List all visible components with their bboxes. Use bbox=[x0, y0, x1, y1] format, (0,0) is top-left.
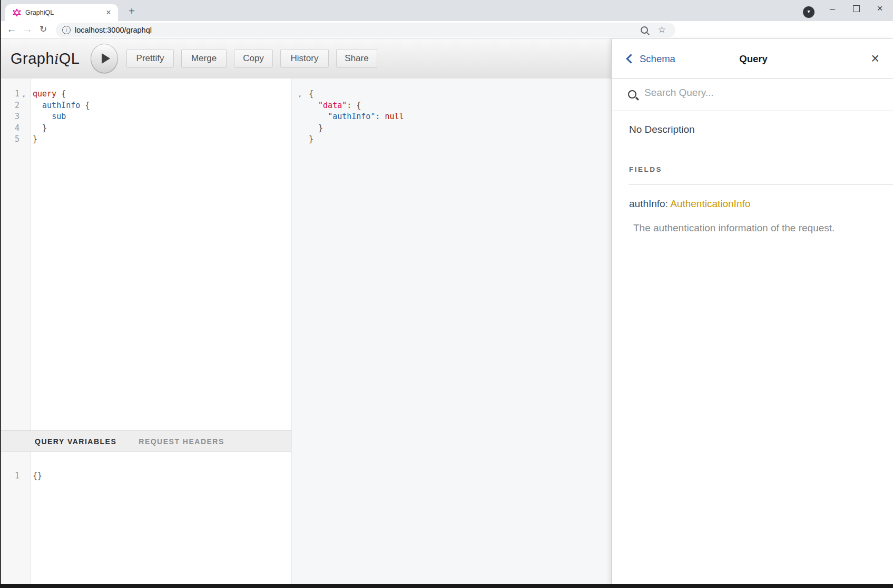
merge-button[interactable]: Merge bbox=[181, 49, 227, 68]
tab-query-variables[interactable]: QUERY VARIABLES bbox=[35, 437, 116, 446]
search-icon bbox=[628, 90, 636, 99]
field-type-link[interactable]: AuthenticationInfo bbox=[670, 198, 750, 209]
doc-back-label: Schema bbox=[640, 53, 675, 65]
tab-request-headers[interactable]: REQUEST HEADERS bbox=[139, 437, 224, 446]
doc-search-input[interactable] bbox=[643, 86, 867, 99]
doc-field-row: authInfo: AuthenticationInfo bbox=[629, 198, 750, 210]
bookmark-star-icon[interactable]: ☆ bbox=[658, 24, 666, 35]
doc-title: Query bbox=[691, 53, 816, 65]
share-button[interactable]: Share bbox=[336, 49, 377, 68]
tab-search-icon[interactable]: ▾ bbox=[803, 6, 815, 18]
window-maximize-button[interactable] bbox=[847, 1, 866, 16]
graphql-favicon-icon bbox=[13, 8, 21, 17]
back-button[interactable]: ← bbox=[4, 22, 19, 37]
field-name-link[interactable]: authInfo bbox=[629, 198, 665, 209]
variables-editor-gutter: 1 bbox=[0, 452, 31, 584]
query-editor[interactable]: 12345 ▾ query { authInfo { sub }} bbox=[0, 79, 291, 430]
fields-divider bbox=[629, 184, 893, 185]
zoom-icon[interactable] bbox=[641, 26, 648, 34]
history-button[interactable]: History bbox=[280, 49, 329, 68]
fold-arrow-icon[interactable]: ▾ bbox=[22, 91, 25, 102]
play-icon bbox=[102, 53, 110, 64]
url-text: localhost:3000/graphql bbox=[75, 26, 152, 34]
doc-explorer-header: Schema Query × bbox=[612, 39, 893, 79]
browser-toolbar: ← → ↻ i localhost:3000/graphql ☆ P bbox=[0, 21, 893, 39]
tab-close-icon[interactable]: × bbox=[103, 7, 114, 18]
graphiql-logo: GraphiQL bbox=[11, 39, 80, 79]
reload-button[interactable]: ↻ bbox=[36, 22, 51, 37]
browser-window: GraphiQL × + ▾ – × ← → ↻ i localhost:300… bbox=[0, 0, 893, 588]
window-minimize-button[interactable]: – bbox=[823, 1, 842, 16]
field-description: The authentication information of the re… bbox=[633, 222, 835, 234]
execute-query-button[interactable] bbox=[91, 44, 118, 73]
chevron-left-icon bbox=[626, 54, 635, 63]
doc-close-button[interactable]: × bbox=[816, 51, 879, 67]
query-variables-editor[interactable]: 1 {} bbox=[0, 452, 291, 584]
query-editor-gutter: 12345 bbox=[0, 79, 31, 430]
tab-graphiql[interactable]: GraphiQL × bbox=[5, 4, 118, 21]
tab-strip: GraphiQL × + ▾ – × bbox=[0, 0, 893, 21]
prettify-button[interactable]: Prettify bbox=[126, 49, 174, 68]
result-viewer[interactable]: ▾ { "data": { "authInfo": null }} bbox=[291, 79, 611, 584]
window-bottom-border bbox=[0, 584, 893, 588]
address-bar[interactable]: i localhost:3000/graphql ☆ bbox=[56, 23, 675, 37]
new-tab-button[interactable]: + bbox=[125, 5, 138, 18]
doc-fields-heading: FIELDS bbox=[629, 165, 662, 173]
doc-search-row bbox=[612, 79, 893, 111]
variables-editor-code[interactable]: {} bbox=[33, 452, 291, 482]
secondary-editor-tabbar: QUERY VARIABLES REQUEST HEADERS bbox=[0, 430, 291, 452]
graphiql-topbar: GraphiQL Prettify Merge Copy History Sha… bbox=[0, 39, 611, 79]
page-info-icon[interactable]: i bbox=[62, 26, 71, 34]
query-editor-code[interactable]: query { authInfo { sub }} bbox=[33, 79, 291, 145]
maximize-icon bbox=[853, 5, 860, 12]
fold-arrow-icon[interactable]: ▾ bbox=[298, 91, 301, 102]
tab-title: GraphiQL bbox=[25, 9, 54, 16]
window-close-button[interactable]: × bbox=[870, 1, 889, 16]
doc-explorer-panel: Schema Query × No Description FIELDS aut… bbox=[611, 39, 893, 584]
doc-back-link[interactable]: Schema bbox=[627, 53, 691, 65]
copy-button[interactable]: Copy bbox=[234, 49, 273, 68]
doc-no-description: No Description bbox=[629, 124, 695, 135]
window-left-border bbox=[0, 0, 1, 588]
forward-button[interactable]: → bbox=[20, 22, 35, 37]
result-viewer-code: { "data": { "authInfo": null }} bbox=[309, 79, 611, 145]
